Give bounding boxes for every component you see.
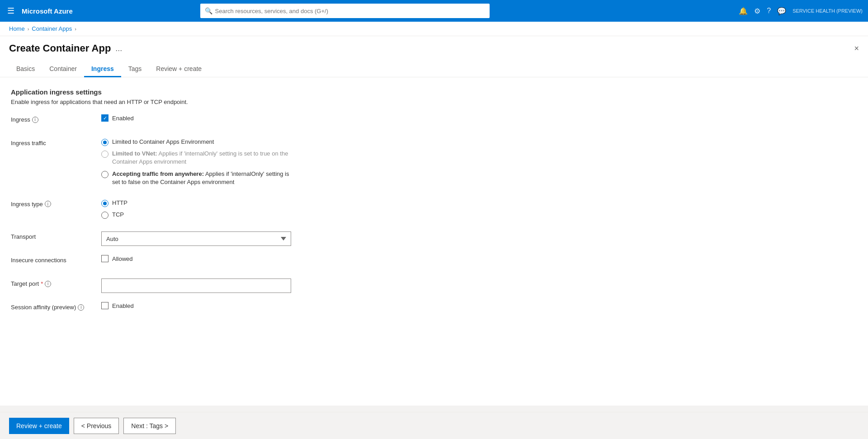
notifications-icon[interactable]: 🔔: [739, 7, 748, 15]
traffic-option-3-label: Accepting traffic from anywhere: Applies…: [112, 170, 291, 186]
ingress-type-info-icon[interactable]: i: [45, 201, 51, 207]
ingress-enabled-checkbox[interactable]: ✓ Enabled: [101, 114, 291, 122]
target-port-control: 3000: [101, 279, 291, 293]
review-create-button[interactable]: Review + create: [9, 418, 69, 434]
target-port-required-star: *: [41, 280, 43, 287]
ingress-type-control: HTTP TCP: [101, 199, 291, 222]
page-header: Create Container App ... × Basics Contai…: [0, 36, 868, 77]
traffic-option-2-label: Limited to VNet: Applies if 'internalOnl…: [112, 150, 291, 166]
ingress-type-label: Ingress type i: [11, 199, 101, 208]
next-button[interactable]: Next : Tags >: [123, 418, 176, 434]
tab-basics[interactable]: Basics: [9, 61, 42, 77]
ingress-checkbox-box: ✓: [101, 114, 108, 122]
hamburger-menu-icon[interactable]: ☰: [5, 4, 16, 18]
transport-control: Auto HTTP/1 HTTP/2 gRPC: [101, 231, 291, 246]
section-title: Application ingress settings: [11, 88, 857, 96]
target-port-field-row: Target port * i 3000: [11, 279, 857, 293]
feedback-icon[interactable]: 💬: [777, 7, 786, 15]
traffic-radio-2: [101, 151, 108, 158]
breadcrumb-separator-1: ›: [28, 26, 29, 32]
traffic-option-1-label: Limited to Container Apps Environment: [112, 138, 214, 146]
traffic-option-container-apps[interactable]: Limited to Container Apps Environment: [101, 138, 291, 146]
insecure-connections-allowed-label: Allowed: [112, 255, 133, 262]
insecure-connections-field-row: Insecure connections Allowed: [11, 255, 857, 269]
transport-label: Transport: [11, 231, 101, 240]
insecure-connections-checkbox[interactable]: Allowed: [101, 255, 291, 262]
traffic-option-vnet: Limited to VNet: Applies if 'internalOnl…: [101, 150, 291, 166]
help-icon[interactable]: ?: [767, 7, 771, 15]
insecure-checkbox-box: [101, 255, 108, 262]
previous-button[interactable]: < Previous: [74, 418, 119, 434]
traffic-option-2-title: Limited to VNet:: [112, 150, 157, 157]
session-affinity-control: Enabled: [101, 302, 291, 309]
breadcrumb: Home › Container Apps ›: [0, 22, 868, 36]
ingress-traffic-label: Ingress traffic: [11, 138, 101, 146]
ingress-info-icon[interactable]: i: [32, 117, 38, 123]
session-affinity-info-icon[interactable]: i: [78, 304, 84, 311]
search-bar: 🔍: [200, 4, 490, 18]
ingress-type-http-label: HTTP: [112, 199, 127, 207]
breadcrumb-home[interactable]: Home: [9, 25, 25, 32]
section-description: Enable ingress for applications that nee…: [11, 99, 857, 105]
transport-select[interactable]: Auto HTTP/1 HTTP/2 gRPC: [101, 231, 291, 246]
ingress-field-row: Ingress i ✓ Enabled: [11, 114, 857, 129]
close-button[interactable]: ×: [854, 44, 859, 53]
search-icon: 🔍: [205, 7, 212, 14]
target-port-label: Target port * i: [11, 279, 101, 287]
insecure-connections-label: Insecure connections: [11, 255, 101, 264]
checkbox-check-mark: ✓: [103, 115, 107, 121]
breadcrumb-separator-2: ›: [75, 26, 76, 32]
page-options-icon[interactable]: ...: [115, 44, 122, 53]
settings-icon[interactable]: ⚙: [754, 7, 760, 15]
target-port-input[interactable]: 3000: [101, 279, 291, 293]
insecure-connections-control: Allowed: [101, 255, 291, 262]
search-input[interactable]: [215, 8, 485, 14]
traffic-radio-3: [101, 171, 108, 178]
traffic-option-3-title: Accepting traffic from anywhere:: [112, 170, 204, 177]
user-account[interactable]: SERVICE HEALTH (PREVIEW): [793, 8, 863, 14]
top-bar-icons: 🔔 ⚙ ? 💬 SERVICE HEALTH (PREVIEW): [739, 7, 863, 15]
ingress-type-tcp[interactable]: TCP: [101, 211, 291, 219]
traffic-option-anywhere[interactable]: Accepting traffic from anywhere: Applies…: [101, 170, 291, 186]
session-affinity-field-row: Session affinity (preview) i Enabled: [11, 302, 857, 316]
main-content: Application ingress settings Enable ingr…: [0, 77, 868, 406]
tab-container[interactable]: Container: [42, 61, 84, 77]
tab-tags[interactable]: Tags: [121, 61, 149, 77]
tab-review-create[interactable]: Review + create: [149, 61, 209, 77]
ingress-type-http[interactable]: HTTP: [101, 199, 291, 207]
footer: Review + create < Previous Next : Tags >: [0, 412, 868, 439]
tab-ingress[interactable]: Ingress: [84, 61, 121, 77]
ingress-traffic-field-row: Ingress traffic Limited to Container App…: [11, 138, 857, 190]
ingress-type-tcp-radio: [101, 212, 108, 219]
ingress-enabled-label: Enabled: [112, 115, 134, 122]
ingress-label: Ingress i: [11, 114, 101, 123]
target-port-text: Target port: [11, 280, 39, 287]
ingress-type-field-row: Ingress type i HTTP TCP: [11, 199, 857, 222]
ingress-type-tcp-label: TCP: [112, 211, 124, 219]
transport-field-row: Transport Auto HTTP/1 HTTP/2 gRPC: [11, 231, 857, 246]
ingress-type-http-radio: [101, 200, 108, 207]
breadcrumb-container-apps[interactable]: Container Apps: [32, 25, 72, 32]
session-affinity-label: Session affinity (preview) i: [11, 302, 101, 311]
azure-logo: Microsoft Azure: [22, 7, 73, 15]
top-navigation-bar: ☰ Microsoft Azure 🔍 🔔 ⚙ ? 💬 SERVICE HEAL…: [0, 0, 868, 22]
session-affinity-enabled-label: Enabled: [112, 302, 134, 309]
ingress-control: ✓ Enabled: [101, 114, 291, 122]
traffic-radio-1: [101, 139, 108, 146]
session-affinity-checkbox-box: [101, 302, 108, 309]
ingress-traffic-control: Limited to Container Apps Environment Li…: [101, 138, 291, 190]
session-affinity-checkbox[interactable]: Enabled: [101, 302, 291, 309]
page-title: Create Container App: [9, 42, 111, 54]
wizard-tabs: Basics Container Ingress Tags Review + c…: [9, 61, 859, 77]
target-port-info-icon[interactable]: i: [45, 281, 51, 287]
